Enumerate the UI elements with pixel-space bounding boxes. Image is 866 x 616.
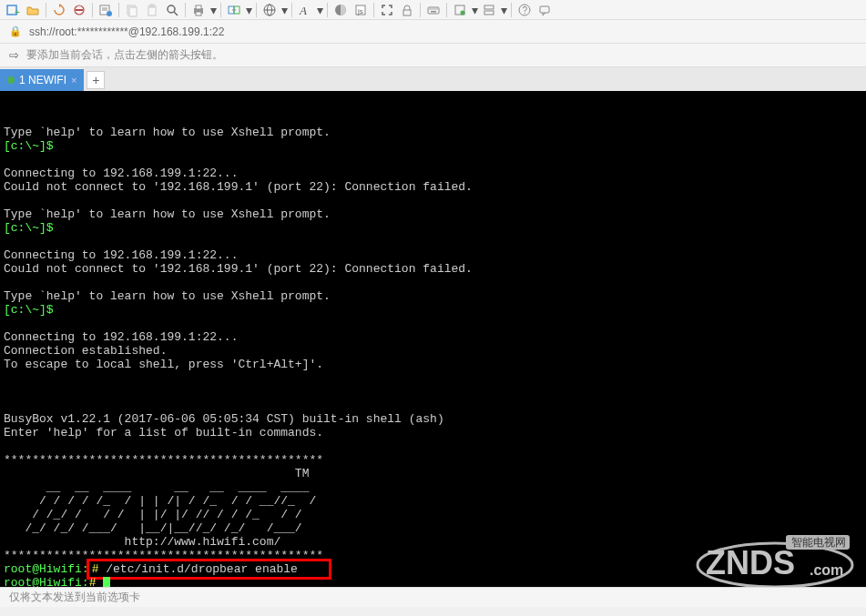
separator — [291, 3, 292, 17]
reconnect-icon[interactable] — [50, 1, 68, 19]
search-icon[interactable] — [163, 1, 181, 19]
lock-icon: 🔒 — [9, 25, 22, 37]
tab-strip: 1 NEWIFI × + — [0, 67, 866, 91]
disconnect-icon[interactable] — [70, 1, 88, 19]
view-vertical-icon[interactable] — [480, 1, 498, 19]
address-text[interactable]: ssh://root:************@192.168.199.1:22 — [29, 25, 224, 38]
separator — [256, 3, 257, 17]
svg-text:+: + — [15, 7, 20, 17]
fullscreen-icon[interactable] — [378, 1, 396, 19]
svg-point-31 — [436, 8, 437, 9]
svg-rect-10 — [150, 5, 154, 7]
svg-point-29 — [433, 8, 433, 9]
svg-line-12 — [174, 12, 178, 15]
svg-rect-36 — [484, 11, 494, 15]
svg-point-34 — [461, 10, 465, 15]
separator — [46, 3, 46, 17]
status-text: 仅将文本发送到当前选项卡 — [9, 590, 140, 605]
dropdown-chevron-icon[interactable]: ▾ — [245, 1, 252, 19]
paste-icon[interactable] — [143, 1, 161, 19]
svg-text:js: js — [357, 7, 363, 15]
font-icon[interactable]: A — [296, 1, 314, 19]
view-horizontal-icon[interactable] — [451, 1, 469, 19]
hint-text: 要添加当前会话，点击左侧的箭头按钮。 — [26, 47, 223, 63]
svg-rect-32 — [431, 11, 436, 13]
new-tab-button[interactable]: + — [87, 71, 105, 89]
svg-point-6 — [107, 11, 112, 16]
svg-point-11 — [168, 5, 175, 13]
svg-point-27 — [429, 8, 430, 9]
main-toolbar: + ▾ ▾ ▾ A ▾ js ▾ ▾ ? — [0, 0, 866, 20]
copy-icon[interactable] — [123, 1, 141, 19]
terminal-output[interactable]: Type `help' to learn how to use Xshell p… — [0, 91, 866, 587]
transfer-icon[interactable] — [225, 1, 243, 19]
print-icon[interactable] — [189, 1, 208, 19]
script-icon[interactable]: js — [351, 1, 370, 19]
separator — [420, 3, 421, 17]
lock-icon[interactable] — [398, 1, 416, 19]
dropdown-chevron-icon[interactable]: ▾ — [209, 1, 217, 19]
keyboard-icon[interactable] — [424, 1, 443, 19]
encoding-icon[interactable] — [260, 1, 279, 19]
svg-point-28 — [431, 8, 432, 9]
dropdown-chevron-icon[interactable]: ▾ — [500, 1, 507, 19]
address-bar: 🔒 ssh://root:************@192.168.199.1:… — [0, 20, 866, 44]
separator — [373, 3, 374, 17]
separator — [118, 3, 119, 17]
svg-rect-35 — [484, 5, 494, 9]
terminal-line: Type `help' to learn how to use Xshell p… — [4, 126, 473, 587]
tab-label: 1 NEWIFI — [19, 74, 66, 86]
separator — [446, 3, 447, 17]
svg-point-30 — [434, 8, 435, 9]
session-hint-bar: ⇨ 要添加当前会话，点击左侧的箭头按钮。 — [0, 44, 866, 67]
svg-rect-14 — [196, 5, 201, 9]
svg-rect-39 — [540, 6, 549, 13]
dropdown-chevron-icon[interactable]: ▾ — [316, 1, 323, 19]
feedback-icon[interactable] — [535, 1, 554, 19]
add-session-arrow-icon[interactable]: ⇨ — [9, 48, 19, 62]
separator — [327, 3, 328, 17]
svg-rect-15 — [196, 12, 201, 15]
status-bar: 仅将文本发送到当前选项卡 — [0, 587, 866, 607]
terminal-cursor — [103, 577, 110, 587]
separator — [185, 3, 186, 17]
open-session-icon[interactable] — [24, 1, 42, 19]
svg-rect-25 — [403, 10, 411, 15]
dropdown-chevron-icon[interactable]: ▾ — [280, 1, 288, 19]
connection-status-dot-icon — [7, 76, 15, 84]
dropdown-chevron-icon[interactable]: ▾ — [471, 1, 478, 19]
separator — [220, 3, 221, 17]
command-highlight-box: # /etc/init.d/dropbear enable — [87, 559, 331, 580]
svg-text:A: A — [299, 4, 307, 17]
svg-rect-8 — [129, 7, 137, 16]
svg-rect-26 — [428, 7, 439, 14]
new-session-icon[interactable]: + — [4, 1, 22, 19]
help-icon[interactable]: ? — [515, 1, 534, 19]
tab-session-1[interactable]: 1 NEWIFI × — [0, 69, 84, 91]
svg-text:?: ? — [523, 5, 528, 15]
separator — [511, 3, 512, 17]
separator — [92, 3, 93, 17]
tab-close-icon[interactable]: × — [71, 75, 76, 86]
color-scheme-icon[interactable] — [331, 1, 350, 19]
properties-icon[interactable] — [97, 1, 115, 19]
